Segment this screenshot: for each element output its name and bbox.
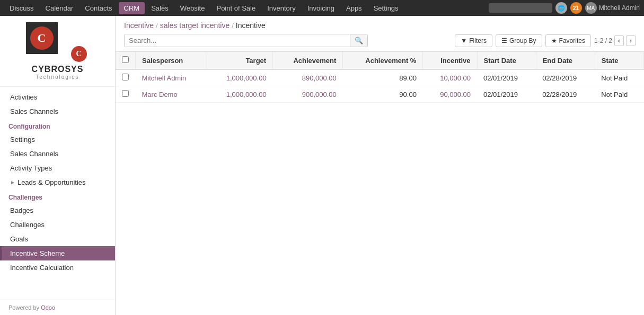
breadcrumb-incentive[interactable]: Incentive (124, 21, 154, 30)
pagination-prev[interactable]: ‹ (614, 35, 624, 46)
incentive-table: Salesperson Target Achievement Achieveme… (116, 52, 644, 103)
sidebar-item-incentive-calculation[interactable]: Incentive Calculation (0, 260, 115, 275)
row2-checkbox[interactable] (122, 90, 129, 97)
sidebar-logo: C C CYBROSYS Technologies (0, 16, 115, 87)
table-container: Salesperson Target Achievement Achieveme… (116, 52, 644, 315)
nav-invoicing[interactable]: Invoicing (302, 2, 340, 14)
breadcrumb-sep-2: / (232, 22, 234, 30)
group-by-label: Group By (509, 37, 536, 44)
sidebar-item-challenges[interactable]: Challenges (0, 218, 115, 232)
th-start-date[interactable]: Start Date (477, 52, 536, 69)
th-select-all[interactable] (116, 52, 136, 69)
sidebar-item-sales-channels[interactable]: Sales Channels (0, 147, 115, 161)
nav-settings[interactable]: Settings (368, 2, 404, 14)
star-icon: ★ (551, 37, 557, 44)
row1-incentive: 10,000.00 (423, 69, 477, 86)
row2-achievement-pct: 90.00 (343, 86, 423, 103)
th-target[interactable]: Target (207, 52, 273, 69)
sidebar-section-challenges: Challenges (0, 190, 115, 203)
row1-achievement-pct: 89.00 (343, 69, 423, 86)
arrow-icon: ► (10, 179, 15, 185)
row2-start-date: 02/01/2019 (477, 86, 536, 103)
chat-icon[interactable]: 21 (570, 2, 582, 14)
breadcrumb-sales-target[interactable]: sales target incentive (160, 21, 230, 30)
pagination-next[interactable]: › (626, 35, 636, 46)
top-navigation: Discuss Calendar Contacts CRM Sales Webs… (0, 0, 644, 16)
select-all-checkbox[interactable] (122, 56, 129, 63)
sidebar: C C CYBROSYS Technologies Activities Sal… (0, 16, 116, 315)
nav-contacts[interactable]: Contacts (80, 2, 117, 14)
search-row: 🔍 ▼ Filters ☰ Group By ★ Favorites (124, 34, 636, 47)
favorites-label: Favorites (559, 37, 585, 44)
nav-right-section: 🌐 21 MA Mitchell Admin (489, 2, 640, 14)
sidebar-item-activities[interactable]: Activities (0, 90, 115, 104)
row2-salesperson-link[interactable]: Marc Demo (142, 91, 178, 98)
row1-salesperson: Mitchell Admin (136, 69, 207, 86)
th-achievement-pct[interactable]: Achievement % (343, 52, 423, 69)
row1-achievement: 890,000.00 (273, 69, 343, 86)
breadcrumb: Incentive / sales target incentive / Inc… (124, 21, 636, 30)
logo-company-name: CYBROSYS (32, 65, 84, 74)
main-layout: C C CYBROSYS Technologies Activities Sal… (0, 16, 644, 315)
sidebar-item-sales-channels-top[interactable]: Sales Channels (0, 104, 115, 119)
row2-end-date: 02/28/2019 (536, 86, 595, 103)
content-header: Incentive / sales target incentive / Inc… (116, 16, 644, 52)
row1-end-date: 02/28/2019 (536, 69, 595, 86)
nav-discuss[interactable]: Discuss (4, 2, 39, 14)
sidebar-menu: Activities Sales Channels Configuration … (0, 87, 115, 300)
sidebar-footer: Powered by Odoo (0, 300, 115, 315)
nav-inventory[interactable]: Inventory (262, 2, 301, 14)
filter-buttons: ▼ Filters ☰ Group By ★ Favorites 1-2 / 2… (455, 34, 636, 47)
sidebar-item-incentive-scheme[interactable]: Incentive Scheme (0, 246, 115, 260)
table-row[interactable]: Marc Demo 1,000,000.00 900,000.00 90.00 … (116, 86, 644, 103)
th-state[interactable]: State (595, 52, 643, 69)
logo-tagline: Technologies (36, 74, 79, 80)
row2-state: Not Paid (595, 86, 643, 103)
th-achievement[interactable]: Achievement (273, 52, 343, 69)
content-area: Incentive / sales target incentive / Inc… (116, 16, 644, 315)
filters-button[interactable]: ▼ Filters (455, 34, 492, 47)
row1-start-date: 02/01/2019 (477, 69, 536, 86)
nav-pos[interactable]: Point of Sale (211, 2, 261, 14)
sidebar-item-leads-label: Leads & Opportunities (17, 178, 86, 186)
row1-checkbox-cell[interactable] (116, 69, 136, 86)
row1-salesperson-link[interactable]: Mitchell Admin (142, 74, 187, 82)
row2-incentive: 90,000.00 (423, 86, 477, 103)
th-end-date[interactable]: End Date (536, 52, 595, 69)
th-salesperson[interactable]: Salesperson (136, 52, 207, 69)
row1-state: Not Paid (595, 69, 643, 86)
logo-c-large: C (30, 26, 54, 50)
user-menu[interactable]: MA Mitchell Admin (585, 2, 640, 14)
group-by-icon: ☰ (501, 37, 507, 44)
logo-graphic: C C (26, 22, 90, 65)
favorites-button[interactable]: ★ Favorites (545, 34, 591, 47)
nav-crm[interactable]: CRM (119, 2, 145, 14)
th-incentive[interactable]: Incentive (423, 52, 477, 69)
globe-icon[interactable]: 🌐 (555, 2, 567, 14)
sidebar-item-goals[interactable]: Goals (0, 232, 115, 246)
pagination-text: 1-2 / 2 (594, 37, 612, 44)
row2-target: 1,000,000.00 (207, 86, 273, 103)
search-button[interactable]: 🔍 (350, 34, 367, 47)
odoo-link[interactable]: Odoo (41, 304, 55, 311)
table-row[interactable]: Mitchell Admin 1,000,000.00 890,000.00 8… (116, 69, 644, 86)
nav-sales[interactable]: Sales (146, 2, 174, 14)
nav-search-input[interactable] (489, 3, 552, 13)
sidebar-item-leads[interactable]: ► Leads & Opportunities (0, 175, 115, 190)
sidebar-item-settings[interactable]: Settings (0, 132, 115, 147)
sidebar-item-badges[interactable]: Badges (0, 203, 115, 218)
row2-achievement: 900,000.00 (273, 86, 343, 103)
nav-apps[interactable]: Apps (341, 2, 367, 14)
nav-website[interactable]: Website (175, 2, 210, 14)
row1-checkbox[interactable] (122, 74, 129, 80)
row2-checkbox-cell[interactable] (116, 86, 136, 103)
group-by-button[interactable]: ☰ Group By (496, 34, 542, 47)
sidebar-section-configuration: Configuration (0, 119, 115, 132)
search-box: 🔍 (124, 34, 368, 47)
breadcrumb-sep-1: / (156, 22, 158, 30)
nav-calendar[interactable]: Calendar (40, 2, 79, 14)
user-name: Mitchell Admin (599, 4, 640, 12)
search-input[interactable] (125, 34, 350, 47)
sidebar-item-activity-types[interactable]: Activity Types (0, 161, 115, 175)
logo-c-small: C (71, 46, 87, 62)
